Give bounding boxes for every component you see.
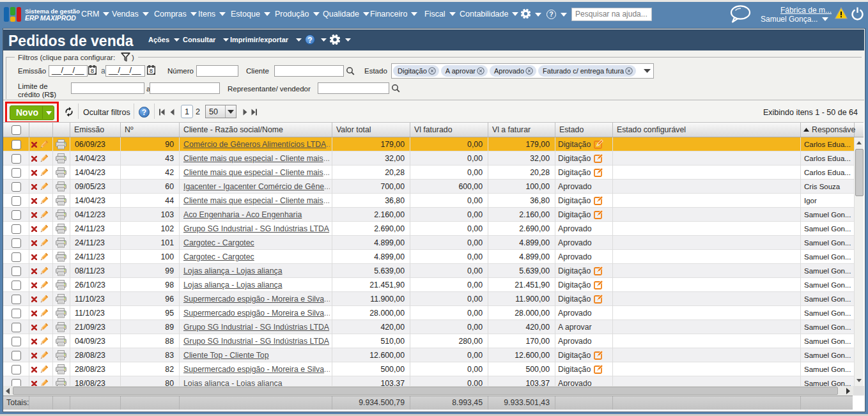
svg-text:8: 8 [91, 67, 94, 74]
svg-text:8: 8 [149, 67, 152, 74]
